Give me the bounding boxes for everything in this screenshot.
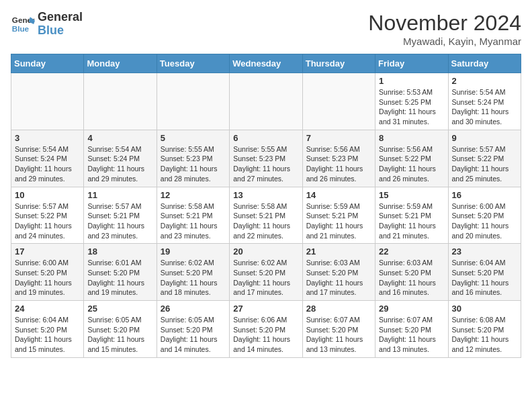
day-info: Sunrise: 5:54 AM Sunset: 5:24 PM Dayligh… bbox=[87, 144, 152, 184]
day-number: 28 bbox=[306, 304, 371, 314]
day-number: 9 bbox=[452, 133, 517, 143]
calendar-cell: 23Sunrise: 6:04 AM Sunset: 5:20 PM Dayli… bbox=[448, 244, 521, 301]
day-number: 29 bbox=[379, 304, 444, 314]
day-info: Sunrise: 6:00 AM Sunset: 5:20 PM Dayligh… bbox=[452, 201, 517, 241]
day-info: Sunrise: 6:05 AM Sunset: 5:20 PM Dayligh… bbox=[161, 315, 226, 355]
calendar-cell: 20Sunrise: 6:02 AM Sunset: 5:20 PM Dayli… bbox=[230, 244, 302, 301]
day-number: 10 bbox=[15, 190, 80, 200]
day-info: Sunrise: 6:05 AM Sunset: 5:20 PM Dayligh… bbox=[87, 315, 152, 355]
day-info: Sunrise: 5:59 AM Sunset: 5:21 PM Dayligh… bbox=[379, 201, 444, 241]
calendar-cell: 24Sunrise: 6:04 AM Sunset: 5:20 PM Dayli… bbox=[11, 301, 84, 358]
day-info: Sunrise: 5:55 AM Sunset: 5:23 PM Dayligh… bbox=[233, 144, 298, 184]
day-number: 15 bbox=[379, 190, 444, 200]
day-number: 5 bbox=[161, 133, 226, 143]
day-number: 12 bbox=[161, 190, 226, 200]
day-info: Sunrise: 5:57 AM Sunset: 5:22 PM Dayligh… bbox=[452, 144, 517, 184]
calendar-cell: 25Sunrise: 6:05 AM Sunset: 5:20 PM Dayli… bbox=[84, 301, 157, 358]
month-title: November 2024 bbox=[368, 11, 521, 36]
calendar-cell: 5Sunrise: 5:55 AM Sunset: 5:23 PM Daylig… bbox=[157, 130, 229, 187]
day-info: Sunrise: 5:55 AM Sunset: 5:23 PM Dayligh… bbox=[161, 144, 226, 184]
day-info: Sunrise: 5:58 AM Sunset: 5:21 PM Dayligh… bbox=[161, 201, 226, 241]
day-number: 8 bbox=[379, 133, 444, 143]
calendar-cell: 28Sunrise: 6:07 AM Sunset: 5:20 PM Dayli… bbox=[302, 301, 375, 358]
weekday-header: Tuesday bbox=[157, 54, 229, 73]
day-number: 30 bbox=[452, 304, 517, 314]
logo-icon: General Blue bbox=[11, 12, 35, 36]
day-number: 2 bbox=[452, 76, 517, 86]
day-info: Sunrise: 5:56 AM Sunset: 5:23 PM Dayligh… bbox=[306, 144, 371, 184]
weekday-header: Saturday bbox=[448, 54, 521, 73]
calendar-week-row: 24Sunrise: 6:04 AM Sunset: 5:20 PM Dayli… bbox=[11, 301, 521, 358]
calendar-cell: 13Sunrise: 5:58 AM Sunset: 5:21 PM Dayli… bbox=[230, 187, 302, 244]
day-number: 16 bbox=[452, 190, 517, 200]
day-number: 3 bbox=[15, 133, 80, 143]
day-number: 19 bbox=[161, 246, 226, 257]
calendar-cell: 29Sunrise: 6:07 AM Sunset: 5:20 PM Dayli… bbox=[375, 301, 448, 358]
day-number: 14 bbox=[306, 190, 371, 200]
day-number: 17 bbox=[15, 246, 80, 257]
weekday-header: Sunday bbox=[11, 54, 84, 73]
calendar-week-row: 1Sunrise: 5:53 AM Sunset: 5:25 PM Daylig… bbox=[11, 73, 521, 130]
logo: General Blue GeneralBlue bbox=[11, 11, 83, 38]
calendar-cell bbox=[230, 73, 302, 130]
day-info: Sunrise: 6:08 AM Sunset: 5:20 PM Dayligh… bbox=[452, 315, 517, 355]
calendar-cell: 4Sunrise: 5:54 AM Sunset: 5:24 PM Daylig… bbox=[84, 130, 157, 187]
day-number: 13 bbox=[233, 190, 298, 200]
calendar-cell: 1Sunrise: 5:53 AM Sunset: 5:25 PM Daylig… bbox=[375, 73, 448, 130]
calendar-cell: 27Sunrise: 6:06 AM Sunset: 5:20 PM Dayli… bbox=[230, 301, 302, 358]
calendar-header-row: SundayMondayTuesdayWednesdayThursdayFrid… bbox=[11, 54, 521, 73]
day-info: Sunrise: 5:57 AM Sunset: 5:22 PM Dayligh… bbox=[15, 201, 80, 241]
calendar-cell: 22Sunrise: 6:03 AM Sunset: 5:20 PM Dayli… bbox=[375, 244, 448, 301]
calendar-cell: 26Sunrise: 6:05 AM Sunset: 5:20 PM Dayli… bbox=[157, 301, 229, 358]
calendar-week-row: 3Sunrise: 5:54 AM Sunset: 5:24 PM Daylig… bbox=[11, 130, 521, 187]
day-number: 4 bbox=[87, 133, 152, 143]
day-number: 18 bbox=[87, 246, 152, 257]
calendar-cell: 8Sunrise: 5:56 AM Sunset: 5:22 PM Daylig… bbox=[375, 130, 448, 187]
day-info: Sunrise: 6:07 AM Sunset: 5:20 PM Dayligh… bbox=[379, 315, 444, 355]
day-info: Sunrise: 6:00 AM Sunset: 5:20 PM Dayligh… bbox=[15, 258, 80, 298]
calendar-cell: 16Sunrise: 6:00 AM Sunset: 5:20 PM Dayli… bbox=[448, 187, 521, 244]
day-number: 25 bbox=[87, 304, 152, 314]
calendar-cell: 30Sunrise: 6:08 AM Sunset: 5:20 PM Dayli… bbox=[448, 301, 521, 358]
day-info: Sunrise: 5:56 AM Sunset: 5:22 PM Dayligh… bbox=[379, 144, 444, 184]
page-header: General Blue GeneralBlue November 2024 M… bbox=[11, 11, 521, 47]
calendar-cell: 19Sunrise: 6:02 AM Sunset: 5:20 PM Dayli… bbox=[157, 244, 229, 301]
day-info: Sunrise: 5:53 AM Sunset: 5:25 PM Dayligh… bbox=[379, 87, 444, 127]
day-info: Sunrise: 6:06 AM Sunset: 5:20 PM Dayligh… bbox=[233, 315, 298, 355]
calendar-cell: 12Sunrise: 5:58 AM Sunset: 5:21 PM Dayli… bbox=[157, 187, 229, 244]
calendar-cell: 15Sunrise: 5:59 AM Sunset: 5:21 PM Dayli… bbox=[375, 187, 448, 244]
day-info: Sunrise: 6:03 AM Sunset: 5:20 PM Dayligh… bbox=[306, 258, 371, 298]
calendar-cell bbox=[302, 73, 375, 130]
title-block: November 2024 Myawadi, Kayin, Myanmar bbox=[368, 11, 521, 47]
weekday-header: Wednesday bbox=[230, 54, 302, 73]
calendar-cell: 7Sunrise: 5:56 AM Sunset: 5:23 PM Daylig… bbox=[302, 130, 375, 187]
calendar-cell: 10Sunrise: 5:57 AM Sunset: 5:22 PM Dayli… bbox=[11, 187, 84, 244]
day-info: Sunrise: 6:04 AM Sunset: 5:20 PM Dayligh… bbox=[15, 315, 80, 355]
day-info: Sunrise: 6:04 AM Sunset: 5:20 PM Dayligh… bbox=[452, 258, 517, 298]
calendar-cell: 18Sunrise: 6:01 AM Sunset: 5:20 PM Dayli… bbox=[84, 244, 157, 301]
day-number: 21 bbox=[306, 246, 371, 257]
weekday-header: Friday bbox=[375, 54, 448, 73]
day-info: Sunrise: 6:02 AM Sunset: 5:20 PM Dayligh… bbox=[161, 258, 226, 298]
day-info: Sunrise: 6:03 AM Sunset: 5:20 PM Dayligh… bbox=[379, 258, 444, 298]
calendar-cell bbox=[11, 73, 84, 130]
location-subtitle: Myawadi, Kayin, Myanmar bbox=[368, 36, 521, 47]
day-number: 26 bbox=[161, 304, 226, 314]
day-info: Sunrise: 6:01 AM Sunset: 5:20 PM Dayligh… bbox=[87, 258, 152, 298]
day-number: 22 bbox=[379, 246, 444, 257]
logo-text: GeneralBlue bbox=[38, 11, 83, 38]
calendar-cell: 3Sunrise: 5:54 AM Sunset: 5:24 PM Daylig… bbox=[11, 130, 84, 187]
day-number: 27 bbox=[233, 304, 298, 314]
day-info: Sunrise: 5:54 AM Sunset: 5:24 PM Dayligh… bbox=[452, 87, 517, 127]
day-number: 24 bbox=[15, 304, 80, 314]
calendar-cell: 6Sunrise: 5:55 AM Sunset: 5:23 PM Daylig… bbox=[230, 130, 302, 187]
calendar-cell bbox=[84, 73, 157, 130]
day-info: Sunrise: 5:58 AM Sunset: 5:21 PM Dayligh… bbox=[233, 201, 298, 241]
day-info: Sunrise: 6:07 AM Sunset: 5:20 PM Dayligh… bbox=[306, 315, 371, 355]
day-number: 20 bbox=[233, 246, 298, 257]
day-info: Sunrise: 6:02 AM Sunset: 5:20 PM Dayligh… bbox=[233, 258, 298, 298]
day-number: 6 bbox=[233, 133, 298, 143]
calendar-cell: 9Sunrise: 5:57 AM Sunset: 5:22 PM Daylig… bbox=[448, 130, 521, 187]
calendar-week-row: 10Sunrise: 5:57 AM Sunset: 5:22 PM Dayli… bbox=[11, 187, 521, 244]
calendar-cell bbox=[157, 73, 229, 130]
